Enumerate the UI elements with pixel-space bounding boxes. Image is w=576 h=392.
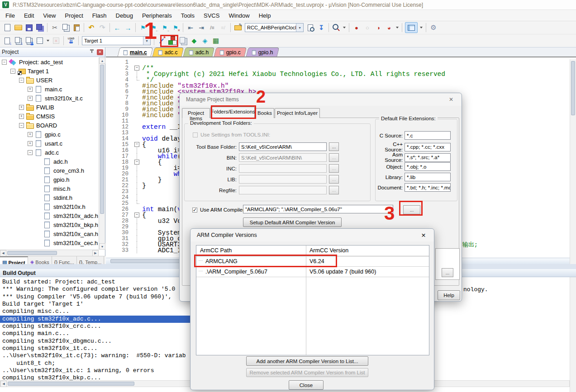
extension-field[interactable]: *.obj; *.o [405, 162, 451, 171]
hidden-browse-button[interactable]: ... [442, 268, 453, 277]
close-button[interactable]: Close [289, 380, 324, 390]
dropdown-arrow-icon[interactable] [396, 27, 399, 28]
arm-compiler-field[interactable]: "ARMCLANG"; ".\ARM_Compiler_5.06u7" [243, 205, 393, 213]
path-field[interactable]: S:\Keil_v5\Core\ARM\BIN\ [239, 153, 327, 162]
editor-tab-main-c[interactable]: main.c [118, 47, 153, 57]
fold-marker-icon[interactable] [134, 65, 140, 71]
scroll-right-icon[interactable]: ▶ [92, 250, 99, 256]
select-software-packs-icon[interactable] [189, 36, 199, 46]
tree-item-stm32f10x-can-h[interactable]: stm32f10x_can.h [0, 229, 99, 238]
extension-field[interactable]: *.s*; *.src; *.a* [405, 153, 451, 162]
scroll-down-icon[interactable]: ▼ [99, 243, 105, 250]
dialog-tab-books[interactable]: Books [255, 108, 274, 118]
expand-icon[interactable]: + [19, 105, 24, 110]
setup-default-arm-compiler-button[interactable]: Setup Default ARM Compiler Version [243, 217, 342, 227]
collapse-icon[interactable]: − [19, 78, 24, 83]
path-field[interactable]: S:\Keil_v5\Core\ARM\ [239, 142, 327, 151]
browse-button[interactable]: ... [329, 175, 339, 184]
scrollbar-thumb[interactable] [7, 251, 57, 255]
pin-icon[interactable] [90, 49, 94, 55]
path-field[interactable] [239, 186, 327, 194]
build-output-vscrollbar[interactable] [570, 277, 576, 392]
browse-button[interactable]: ... [329, 153, 339, 162]
menu-debug[interactable]: Debug [111, 10, 138, 21]
file-extensions-books-icon[interactable] [178, 36, 188, 46]
close-icon[interactable]: ✕ [419, 232, 428, 239]
tree-item-gpio-c[interactable]: +gpio.c [0, 130, 99, 139]
remove-compiler-version-button[interactable]: Remove selected ARM Compiler Version fro… [246, 368, 368, 377]
tree-item-gpio-h[interactable]: gpio.h [0, 175, 99, 184]
menu-window[interactable]: Window [224, 10, 254, 21]
comment-selection-icon[interactable] [207, 23, 217, 33]
editor-vscrollbar[interactable] [570, 59, 576, 264]
configure-wrench-icon[interactable] [428, 23, 438, 33]
next-bookmark-icon[interactable] [160, 23, 170, 33]
uncomment-selection-icon[interactable] [218, 23, 228, 33]
editor-tab-gpio-c[interactable]: gpio.c [214, 47, 247, 57]
insert-breakpoint-icon[interactable] [352, 23, 362, 33]
expand-icon[interactable]: + [19, 114, 24, 119]
dialog-tab-project-info-layer[interactable]: Project Info/Layer [275, 108, 320, 118]
menu-help[interactable]: Help [254, 10, 276, 21]
tree-item-stm32f10x-cec-h[interactable]: stm32f10x_cec.h [0, 238, 99, 247]
rebuild-all-icon[interactable] [24, 36, 34, 46]
browse-button[interactable]: ... [329, 164, 339, 173]
extension-field[interactable]: *.lib [405, 173, 451, 181]
redo-icon[interactable] [97, 23, 107, 33]
tree-item-stm32f10x-bkp-h[interactable]: stm32f10x_bkp.h [0, 220, 99, 229]
path-field[interactable] [239, 164, 327, 173]
dropdown-arrow-icon[interactable] [343, 27, 346, 28]
expand-icon[interactable]: + [28, 87, 33, 92]
menu-flash[interactable]: Flash [88, 10, 111, 21]
menu-edit[interactable]: Edit [19, 10, 38, 21]
open-file-icon[interactable] [13, 23, 23, 33]
extension-field[interactable]: *.txt; *.h; *.inc; *.md [405, 183, 451, 192]
editor-tab-gpio-h[interactable]: gpio.h [246, 47, 280, 57]
save-file-icon[interactable] [24, 23, 34, 33]
fold-marker-icon[interactable] [134, 159, 140, 165]
code-line-3[interactable]: 3 * Copyright (c) 2021 Hefei Xiaobu Tech… [106, 71, 570, 77]
cut-icon[interactable] [50, 23, 60, 33]
scroll-up-icon[interactable]: ▲ [99, 57, 105, 64]
navigate-forward-icon[interactable] [123, 23, 133, 33]
tree-item-misc-h[interactable]: misc.h [0, 184, 99, 193]
scroll-left-icon[interactable]: ◀ [0, 381, 7, 387]
fold-marker-icon[interactable] [134, 142, 140, 147]
menu-project[interactable]: Project [60, 10, 87, 21]
tree-item-user[interactable]: −USER [0, 76, 99, 85]
undo-icon[interactable] [86, 23, 96, 33]
translate-file-icon[interactable] [2, 36, 12, 46]
unindent-icon[interactable] [186, 23, 195, 33]
kill-all-breakpoints-icon[interactable] [384, 23, 394, 33]
tree-item-adc-h[interactable]: adc.h [0, 157, 99, 166]
scrollbar-thumb[interactable] [8, 382, 134, 386]
close-panel-button[interactable]: ✕ [97, 49, 103, 55]
stop-build-icon[interactable] [51, 36, 61, 46]
extension-field[interactable]: *.c [405, 131, 451, 140]
dialog-tab-project-items[interactable]: Project Items [182, 108, 210, 118]
quick-find-icon[interactable] [331, 23, 341, 33]
tree-item-target-1[interactable]: −Target 1 [0, 66, 99, 76]
fold-marker-icon[interactable] [134, 212, 140, 218]
menu-view[interactable]: View [38, 10, 60, 21]
expand-icon[interactable]: + [28, 132, 33, 137]
browse-button[interactable]: ... [329, 186, 339, 194]
expand-icon[interactable]: + [28, 96, 33, 101]
editor-tab-adc-c[interactable]: adc.c [152, 47, 184, 57]
tree-item-main-c[interactable]: +main.c [0, 85, 99, 94]
scrollbar-thumb[interactable] [571, 61, 575, 115]
tree-item-core-cm3-h[interactable]: core_cm3.h [0, 166, 99, 175]
add-compiler-version-button[interactable]: Add another ARM Compiler Version to List… [246, 356, 368, 366]
path-field[interactable] [239, 175, 327, 184]
help-button[interactable]: Help [438, 290, 460, 300]
tree-item-stdint-h[interactable]: stdint.h [0, 193, 99, 202]
search-document-icon[interactable] [305, 23, 315, 33]
scrollbar-thumb[interactable] [100, 65, 104, 214]
disable-breakpoint-icon[interactable] [362, 23, 372, 33]
indent-icon[interactable] [196, 23, 206, 33]
collapse-icon[interactable]: − [19, 123, 24, 128]
copy-icon[interactable] [61, 23, 71, 33]
menu-file[interactable]: File [1, 10, 19, 21]
collapse-icon[interactable]: − [2, 60, 7, 65]
tree-item-stm32f10x-it-c[interactable]: +stm32f10x_it.c [0, 94, 99, 103]
